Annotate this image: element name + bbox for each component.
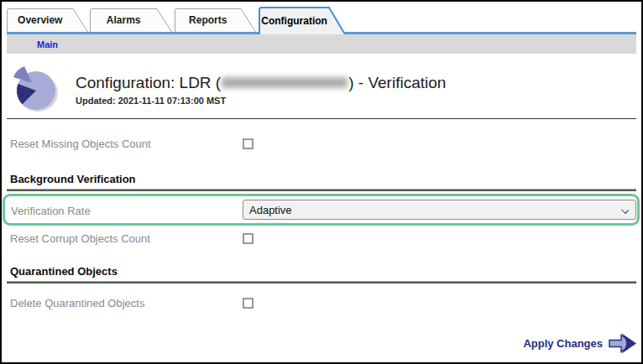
breadcrumb-bar: Main [7, 34, 636, 54]
tab-alarms[interactable]: Alarms [90, 8, 172, 32]
verification-rate-value: Adaptive [249, 204, 292, 216]
reset-corrupt-objects-checkbox[interactable] [243, 233, 254, 244]
apply-changes-label: Apply Changes [523, 337, 603, 350]
reset-corrupt-objects-label: Reset Corrupt Objects Count [10, 232, 150, 245]
tab-configuration-label: Configuration [259, 7, 330, 34]
verification-rate-label: Verification Rate [11, 205, 91, 217]
reset-missing-objects-checkbox[interactable] [243, 138, 254, 149]
section-quarantined-objects: Quarantined Objects [10, 265, 118, 278]
delete-quarantined-objects-label: Delete Quarantined Objects [10, 297, 144, 309]
tab-overview-label: Overview [7, 8, 74, 32]
verification-rate-highlight: Verification Rate Adaptive [3, 194, 640, 226]
section-divider [7, 281, 636, 283]
page: Overview Alarms Reports Configuration Ma… [0, 0, 643, 364]
header-divider [7, 118, 636, 119]
section-divider [7, 189, 636, 191]
tab-reports[interactable]: Reports [175, 8, 256, 32]
pie-chart-icon [10, 65, 59, 112]
page-title-suffix: ) - Verification [348, 74, 446, 91]
tab-alarms-label: Alarms [90, 8, 157, 32]
tab-configuration[interactable]: Configuration [259, 7, 346, 34]
tab-reports-label: Reports [175, 8, 242, 32]
apply-changes-button[interactable]: Apply Changes [523, 330, 639, 356]
chevron-down-icon [621, 206, 629, 214]
page-header: Configuration: LDR () - Verification Upd… [76, 74, 446, 106]
section-background-verification: Background Verification [10, 173, 136, 185]
page-title-prefix: Configuration: LDR ( [76, 74, 221, 91]
breadcrumb-link-main[interactable]: Main [37, 39, 58, 49]
delete-quarantined-objects-checkbox[interactable] [243, 298, 254, 309]
apply-changes-arrow-icon [608, 330, 639, 356]
tab-bar: Overview Alarms Reports Configuration [7, 7, 636, 34]
tab-overview[interactable]: Overview [7, 8, 88, 32]
reset-missing-objects-label: Reset Missing Objects Count [10, 138, 151, 150]
page-title: Configuration: LDR () - Verification [76, 74, 446, 92]
updated-timestamp: Updated: 2021-11-11 07:13:00 MST [76, 96, 446, 106]
redacted-node-name [222, 77, 348, 88]
verification-rate-select[interactable]: Adaptive [243, 200, 636, 220]
